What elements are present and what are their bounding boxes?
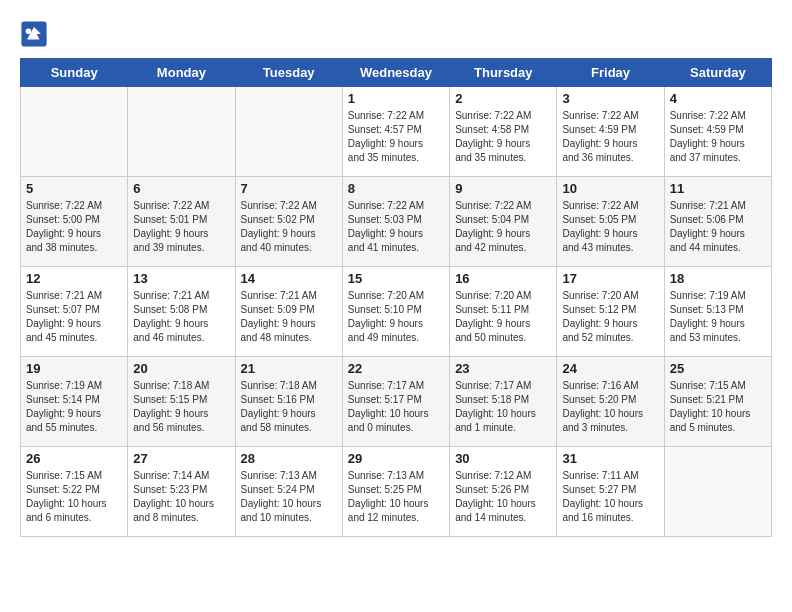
weekday-header: Friday	[557, 59, 664, 87]
svg-point-2	[26, 28, 32, 34]
day-info: Sunrise: 7:11 AM Sunset: 5:27 PM Dayligh…	[562, 469, 658, 525]
day-number: 24	[562, 361, 658, 376]
weekday-header: Monday	[128, 59, 235, 87]
calendar-cell: 25Sunrise: 7:15 AM Sunset: 5:21 PM Dayli…	[664, 357, 771, 447]
day-info: Sunrise: 7:22 AM Sunset: 5:02 PM Dayligh…	[241, 199, 337, 255]
day-info: Sunrise: 7:20 AM Sunset: 5:12 PM Dayligh…	[562, 289, 658, 345]
day-info: Sunrise: 7:22 AM Sunset: 5:05 PM Dayligh…	[562, 199, 658, 255]
weekday-header: Saturday	[664, 59, 771, 87]
day-info: Sunrise: 7:22 AM Sunset: 5:00 PM Dayligh…	[26, 199, 122, 255]
calendar-cell: 20Sunrise: 7:18 AM Sunset: 5:15 PM Dayli…	[128, 357, 235, 447]
day-number: 27	[133, 451, 229, 466]
day-number: 14	[241, 271, 337, 286]
day-number: 9	[455, 181, 551, 196]
calendar-cell: 1Sunrise: 7:22 AM Sunset: 4:57 PM Daylig…	[342, 87, 449, 177]
calendar-cell: 28Sunrise: 7:13 AM Sunset: 5:24 PM Dayli…	[235, 447, 342, 537]
calendar-cell: 18Sunrise: 7:19 AM Sunset: 5:13 PM Dayli…	[664, 267, 771, 357]
day-number: 19	[26, 361, 122, 376]
day-number: 5	[26, 181, 122, 196]
day-number: 17	[562, 271, 658, 286]
calendar-cell: 12Sunrise: 7:21 AM Sunset: 5:07 PM Dayli…	[21, 267, 128, 357]
day-number: 8	[348, 181, 444, 196]
weekday-header: Thursday	[450, 59, 557, 87]
day-number: 30	[455, 451, 551, 466]
day-number: 22	[348, 361, 444, 376]
day-number: 15	[348, 271, 444, 286]
day-info: Sunrise: 7:15 AM Sunset: 5:22 PM Dayligh…	[26, 469, 122, 525]
day-info: Sunrise: 7:13 AM Sunset: 5:25 PM Dayligh…	[348, 469, 444, 525]
calendar-cell: 19Sunrise: 7:19 AM Sunset: 5:14 PM Dayli…	[21, 357, 128, 447]
day-number: 16	[455, 271, 551, 286]
day-number: 10	[562, 181, 658, 196]
day-info: Sunrise: 7:21 AM Sunset: 5:09 PM Dayligh…	[241, 289, 337, 345]
calendar-cell: 16Sunrise: 7:20 AM Sunset: 5:11 PM Dayli…	[450, 267, 557, 357]
day-info: Sunrise: 7:22 AM Sunset: 5:03 PM Dayligh…	[348, 199, 444, 255]
weekday-header: Tuesday	[235, 59, 342, 87]
day-info: Sunrise: 7:17 AM Sunset: 5:18 PM Dayligh…	[455, 379, 551, 435]
calendar-cell: 17Sunrise: 7:20 AM Sunset: 5:12 PM Dayli…	[557, 267, 664, 357]
day-number: 3	[562, 91, 658, 106]
day-number: 4	[670, 91, 766, 106]
day-info: Sunrise: 7:22 AM Sunset: 4:59 PM Dayligh…	[562, 109, 658, 165]
day-number: 7	[241, 181, 337, 196]
calendar-cell	[235, 87, 342, 177]
day-info: Sunrise: 7:18 AM Sunset: 5:15 PM Dayligh…	[133, 379, 229, 435]
calendar-cell: 13Sunrise: 7:21 AM Sunset: 5:08 PM Dayli…	[128, 267, 235, 357]
day-info: Sunrise: 7:22 AM Sunset: 5:04 PM Dayligh…	[455, 199, 551, 255]
day-info: Sunrise: 7:21 AM Sunset: 5:08 PM Dayligh…	[133, 289, 229, 345]
day-number: 6	[133, 181, 229, 196]
day-info: Sunrise: 7:20 AM Sunset: 5:10 PM Dayligh…	[348, 289, 444, 345]
day-info: Sunrise: 7:21 AM Sunset: 5:06 PM Dayligh…	[670, 199, 766, 255]
day-info: Sunrise: 7:22 AM Sunset: 4:59 PM Dayligh…	[670, 109, 766, 165]
calendar-cell: 26Sunrise: 7:15 AM Sunset: 5:22 PM Dayli…	[21, 447, 128, 537]
calendar-cell: 23Sunrise: 7:17 AM Sunset: 5:18 PM Dayli…	[450, 357, 557, 447]
weekday-header: Sunday	[21, 59, 128, 87]
day-number: 23	[455, 361, 551, 376]
day-info: Sunrise: 7:17 AM Sunset: 5:17 PM Dayligh…	[348, 379, 444, 435]
calendar-cell: 29Sunrise: 7:13 AM Sunset: 5:25 PM Dayli…	[342, 447, 449, 537]
day-info: Sunrise: 7:22 AM Sunset: 4:57 PM Dayligh…	[348, 109, 444, 165]
day-info: Sunrise: 7:13 AM Sunset: 5:24 PM Dayligh…	[241, 469, 337, 525]
calendar-cell: 9Sunrise: 7:22 AM Sunset: 5:04 PM Daylig…	[450, 177, 557, 267]
day-info: Sunrise: 7:20 AM Sunset: 5:11 PM Dayligh…	[455, 289, 551, 345]
calendar-cell: 3Sunrise: 7:22 AM Sunset: 4:59 PM Daylig…	[557, 87, 664, 177]
calendar-cell: 6Sunrise: 7:22 AM Sunset: 5:01 PM Daylig…	[128, 177, 235, 267]
day-number: 31	[562, 451, 658, 466]
day-number: 2	[455, 91, 551, 106]
day-info: Sunrise: 7:18 AM Sunset: 5:16 PM Dayligh…	[241, 379, 337, 435]
day-info: Sunrise: 7:21 AM Sunset: 5:07 PM Dayligh…	[26, 289, 122, 345]
day-number: 11	[670, 181, 766, 196]
calendar-cell: 30Sunrise: 7:12 AM Sunset: 5:26 PM Dayli…	[450, 447, 557, 537]
calendar-cell: 5Sunrise: 7:22 AM Sunset: 5:00 PM Daylig…	[21, 177, 128, 267]
day-number: 1	[348, 91, 444, 106]
calendar-cell: 8Sunrise: 7:22 AM Sunset: 5:03 PM Daylig…	[342, 177, 449, 267]
calendar-table: SundayMondayTuesdayWednesdayThursdayFrid…	[20, 58, 772, 537]
calendar-cell	[128, 87, 235, 177]
day-number: 25	[670, 361, 766, 376]
day-number: 21	[241, 361, 337, 376]
day-info: Sunrise: 7:15 AM Sunset: 5:21 PM Dayligh…	[670, 379, 766, 435]
page-header	[20, 20, 772, 48]
calendar-cell	[664, 447, 771, 537]
logo-icon	[20, 20, 48, 48]
calendar-cell: 15Sunrise: 7:20 AM Sunset: 5:10 PM Dayli…	[342, 267, 449, 357]
day-info: Sunrise: 7:16 AM Sunset: 5:20 PM Dayligh…	[562, 379, 658, 435]
calendar-cell: 24Sunrise: 7:16 AM Sunset: 5:20 PM Dayli…	[557, 357, 664, 447]
calendar-cell: 27Sunrise: 7:14 AM Sunset: 5:23 PM Dayli…	[128, 447, 235, 537]
day-number: 20	[133, 361, 229, 376]
calendar-cell: 10Sunrise: 7:22 AM Sunset: 5:05 PM Dayli…	[557, 177, 664, 267]
calendar-cell: 11Sunrise: 7:21 AM Sunset: 5:06 PM Dayli…	[664, 177, 771, 267]
calendar-cell: 7Sunrise: 7:22 AM Sunset: 5:02 PM Daylig…	[235, 177, 342, 267]
calendar-cell	[21, 87, 128, 177]
calendar-cell: 2Sunrise: 7:22 AM Sunset: 4:58 PM Daylig…	[450, 87, 557, 177]
logo	[20, 20, 52, 48]
calendar-cell: 22Sunrise: 7:17 AM Sunset: 5:17 PM Dayli…	[342, 357, 449, 447]
day-info: Sunrise: 7:19 AM Sunset: 5:14 PM Dayligh…	[26, 379, 122, 435]
calendar-cell: 31Sunrise: 7:11 AM Sunset: 5:27 PM Dayli…	[557, 447, 664, 537]
calendar-cell: 4Sunrise: 7:22 AM Sunset: 4:59 PM Daylig…	[664, 87, 771, 177]
day-info: Sunrise: 7:22 AM Sunset: 4:58 PM Dayligh…	[455, 109, 551, 165]
calendar-cell: 14Sunrise: 7:21 AM Sunset: 5:09 PM Dayli…	[235, 267, 342, 357]
day-number: 12	[26, 271, 122, 286]
day-info: Sunrise: 7:14 AM Sunset: 5:23 PM Dayligh…	[133, 469, 229, 525]
day-info: Sunrise: 7:22 AM Sunset: 5:01 PM Dayligh…	[133, 199, 229, 255]
